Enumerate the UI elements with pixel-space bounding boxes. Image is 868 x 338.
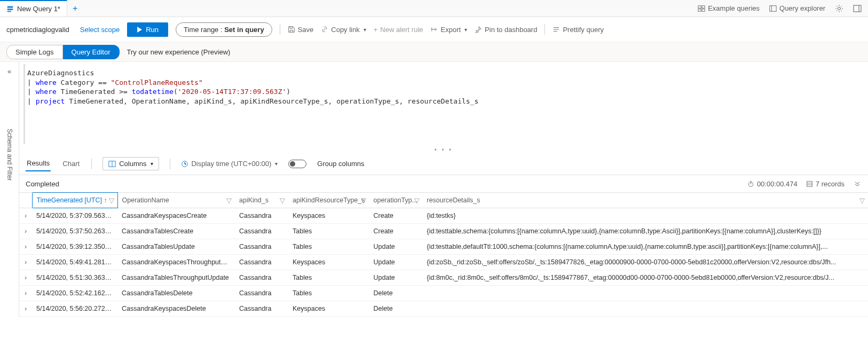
export-icon	[431, 26, 438, 33]
cell-resourcetype: Tables	[288, 224, 369, 239]
records-icon	[806, 180, 813, 187]
table-header-row: TimeGenerated [UTC] ↑▽ OperationName▽ ap…	[19, 193, 868, 208]
cell-operationtype: Update	[369, 239, 423, 255]
svg-rect-1	[702, 5, 705, 7]
col-apikind[interactable]: apiKind_s▽	[235, 193, 288, 208]
cell-kind: Cassandra	[235, 270, 288, 286]
elapsed-time: 00:00:00.474	[747, 180, 798, 188]
cell-resourcetype: Tables	[288, 270, 369, 286]
example-queries-icon	[698, 5, 705, 12]
filter-icon[interactable]: ▽	[109, 196, 114, 205]
group-columns-toggle[interactable]	[288, 160, 306, 168]
divider	[280, 24, 280, 35]
clock-icon	[181, 160, 188, 168]
expand-row-icon[interactable]: ›	[19, 286, 32, 301]
col-operationtype[interactable]: operationTyp...▽	[369, 193, 423, 208]
table-row[interactable]: ›5/14/2020, 5:37:50.263 PMCassandraTable…	[19, 224, 868, 239]
results-tab[interactable]: Results	[26, 156, 51, 171]
new-tab-button[interactable]: +	[67, 4, 83, 13]
status-row: Completed 00:00:00.474 7 records	[19, 175, 868, 192]
time-range-picker[interactable]: Time range : Set in query	[176, 22, 272, 37]
table-row[interactable]: ›5/14/2020, 5:51:30.363 PMCassandraTable…	[19, 270, 868, 286]
table-row[interactable]: ›5/14/2020, 5:49:41.281 PMCassandraKeysp…	[19, 255, 868, 270]
cell-details: {id:testtable,schema:{columns:[{name:col…	[423, 224, 869, 239]
filter-icon[interactable]: ▽	[859, 196, 865, 205]
select-scope-link[interactable]: Select scope	[80, 26, 120, 34]
cell-operation: CassandraKeyspacesCreate	[117, 208, 235, 224]
cell-operation: CassandraTablesThroughputUpdate	[117, 270, 235, 286]
cell-details	[423, 301, 869, 317]
query-editor-pill[interactable]: Query Editor	[63, 45, 120, 59]
filter-icon[interactable]: ▽	[226, 196, 232, 205]
svg-rect-0	[698, 5, 701, 7]
mode-row: Simple Logs Query Editor Try our new exp…	[0, 42, 868, 62]
table-row[interactable]: ›5/14/2020, 5:37:09.563 PMCassandraKeysp…	[19, 208, 868, 224]
action-bar: cpmetricdiaglogvalid Select scope Run Ti…	[0, 17, 868, 42]
filter-icon[interactable]: ▽	[414, 196, 420, 205]
col-resourcetype[interactable]: apiKindResourceType_s▽	[288, 193, 369, 208]
cell-operationtype: Create	[369, 224, 423, 239]
cell-operation: CassandraKeyspacesThroughputUpdate	[117, 255, 235, 270]
export-button[interactable]: Export ▾	[431, 26, 468, 34]
col-resourcedetails[interactable]: resourceDetails_s▽	[423, 193, 869, 208]
scope-name: cpmetricdiaglogvalid	[6, 26, 69, 34]
expand-row-icon[interactable]: ›	[19, 301, 32, 317]
cell-operation: CassandraTablesCreate	[117, 224, 235, 239]
simple-logs-pill[interactable]: Simple Logs	[6, 45, 63, 59]
cell-details: {id:zoSb,_rid:zoSb,_self:offers/zoSb/,_t…	[423, 255, 869, 270]
divider	[545, 24, 545, 35]
columns-button[interactable]: Columns ▾	[102, 157, 159, 170]
example-queries-link[interactable]: Example queries	[698, 4, 760, 12]
cell-time: 5/14/2020, 5:52:42.162 PM	[32, 286, 117, 301]
cell-details: {id:8m0c,_rid:8m0c,_self:offers/8m0c/,_t…	[423, 270, 869, 286]
sidebar-expand-icon[interactable]: «	[7, 67, 11, 75]
query-tab[interactable]: New Query 1*	[0, 0, 67, 17]
collapse-all-icon[interactable]	[853, 179, 862, 188]
table-row[interactable]: ›5/14/2020, 5:39:12.350 PMCassandraTable…	[19, 239, 868, 255]
query-editor[interactable]: AzureDiagnostics | where Category == "Co…	[23, 64, 868, 144]
svg-rect-13	[807, 181, 812, 186]
preview-link[interactable]: Try our new experience (Preview)	[127, 48, 231, 56]
new-alert-button[interactable]: + New alert rule	[374, 26, 423, 34]
expand-row-icon[interactable]: ›	[19, 239, 32, 255]
cell-time: 5/14/2020, 5:51:30.363 PM	[32, 270, 117, 286]
cell-details: {id:testks}	[423, 208, 869, 224]
cell-details	[423, 286, 869, 301]
expand-row-icon[interactable]: ›	[19, 208, 32, 224]
splitter[interactable]: • • •	[19, 146, 868, 153]
sort-asc-icon: ↑	[104, 196, 107, 204]
filter-icon[interactable]: ▽	[280, 196, 285, 205]
cell-time: 5/14/2020, 5:39:12.350 PM	[32, 239, 117, 255]
display-time-button[interactable]: Display time (UTC+00:00) ▾	[181, 160, 278, 168]
svg-rect-7	[854, 5, 861, 12]
tab-bar: New Query 1* + Example queries Query exp…	[0, 0, 868, 17]
table-row[interactable]: ›5/14/2020, 5:56:20.272 PMCassandraKeysp…	[19, 301, 868, 317]
cell-operationtype: Update	[369, 255, 423, 270]
prettify-button[interactable]: Prettify query	[553, 26, 604, 34]
filter-icon[interactable]: ▽	[361, 196, 366, 205]
expand-row-icon[interactable]: ›	[19, 270, 32, 286]
table-row[interactable]: ›5/14/2020, 5:52:42.162 PMCassandraTable…	[19, 286, 868, 301]
cell-kind: Cassandra	[235, 255, 288, 270]
run-button[interactable]: Run	[127, 22, 168, 37]
chart-tab[interactable]: Chart	[61, 156, 81, 171]
cell-resourcetype: Keyspaces	[288, 208, 369, 224]
panel-icon[interactable]	[853, 4, 862, 13]
pin-button[interactable]: Pin to dashboard	[475, 26, 537, 34]
chevron-down-icon: ▾	[364, 27, 366, 33]
cell-resourcetype: Tables	[288, 239, 369, 255]
query-explorer-icon	[769, 5, 777, 12]
expand-row-icon[interactable]: ›	[19, 255, 32, 270]
sidebar-label[interactable]: Schema and Filter	[6, 129, 13, 180]
svg-rect-2	[698, 9, 701, 11]
query-explorer-link[interactable]: Query explorer	[769, 4, 825, 12]
cell-resourcetype: Keyspaces	[288, 255, 369, 270]
save-button[interactable]: Save	[288, 26, 314, 34]
col-operationname[interactable]: OperationName▽	[117, 193, 235, 208]
col-timegenerated[interactable]: TimeGenerated [UTC] ↑▽	[32, 193, 117, 208]
cell-time: 5/14/2020, 5:37:09.563 PM	[32, 208, 117, 224]
cell-operation: CassandraTablesDelete	[117, 286, 235, 301]
expand-row-icon[interactable]: ›	[19, 224, 32, 239]
copy-link-button[interactable]: Copy link ▾	[321, 26, 366, 34]
settings-icon[interactable]	[835, 4, 843, 13]
